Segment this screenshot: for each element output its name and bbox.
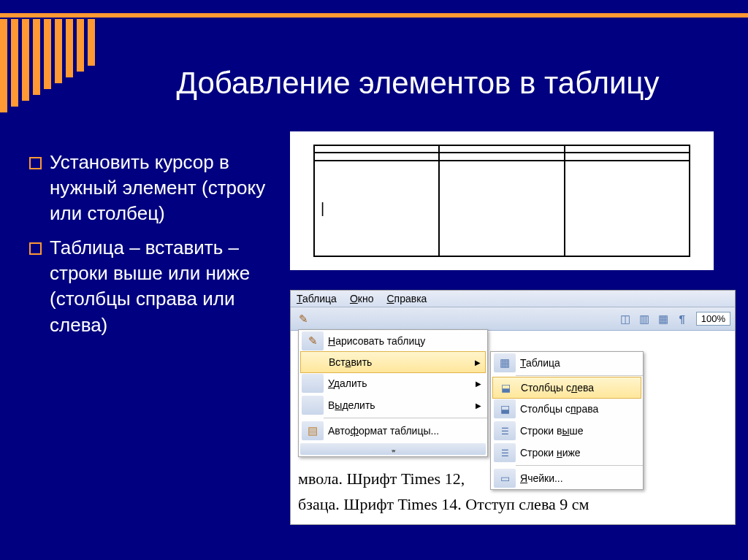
menu-window[interactable]: Окно	[350, 293, 374, 304]
submenu-arrow-icon: ▶	[475, 358, 481, 367]
toolbar-btn-2[interactable]	[617, 311, 633, 327]
zoom-control[interactable]: 100%	[696, 312, 730, 326]
decoration-vertical-bars	[0, 19, 99, 112]
menu-separator	[516, 375, 643, 376]
rows-above-icon	[501, 425, 509, 437]
chevron-down-icon	[393, 443, 394, 455]
table-icon	[500, 356, 510, 369]
submenu-table[interactable]: Таблица	[491, 352, 643, 374]
autoformat-icon	[308, 424, 318, 437]
menu-autoformat[interactable]: Автоформат таблицы...	[299, 420, 487, 442]
columns-right-icon	[500, 403, 510, 415]
pencil-icon	[308, 334, 318, 348]
menu-separator	[324, 418, 487, 418]
bullet-2: Таблица – вставить – строки выше или ниж…	[29, 235, 281, 337]
submenu-arrow-icon: ▶	[476, 402, 481, 410]
menu-delete[interactable]: Удалить ▶	[299, 372, 487, 394]
example-table: |	[313, 145, 690, 257]
submenu-arrow-icon: ▶	[476, 380, 481, 388]
slide-title: Добавление элементов в таблицу	[117, 66, 719, 101]
toolbar-btn-1[interactable]	[295, 311, 311, 327]
toolbar: 100%	[291, 307, 735, 331]
document-text: мвола. Шрифт Times 12, бзаца. Шрифт Time…	[298, 466, 728, 517]
menu-select[interactable]: Выделить ▶	[299, 394, 487, 416]
decoration-top-bar	[0, 13, 748, 18]
toolbar-btn-4[interactable]	[655, 311, 671, 327]
menu-help[interactable]: Справка	[386, 293, 427, 304]
document-area: Нарисовать таблицу Вставить ▶ Удалить ▶ …	[291, 331, 735, 524]
menu-insert[interactable]: Вставить ▶	[300, 351, 486, 373]
menu-table[interactable]: Таблица	[297, 293, 337, 304]
word-screenshot: Таблица Окно Справка 100% Нарисовать таб…	[290, 290, 736, 525]
rows-below-icon	[501, 447, 509, 459]
submenu-rows-above[interactable]: Строки выше	[491, 420, 643, 442]
menu-draw-table[interactable]: Нарисовать таблицу	[299, 330, 487, 352]
submenu-cols-right[interactable]: Столбцы справа	[491, 398, 643, 420]
toolbar-btn-3[interactable]	[636, 311, 652, 327]
columns-left-icon	[501, 382, 511, 394]
cursor-cell: |	[314, 161, 439, 256]
example-table-image: |	[290, 131, 714, 270]
submenu-rows-below[interactable]: Строки ниже	[491, 442, 643, 464]
doc-line-2: бзаца. Шрифт Times 14. Отступ слева 9 см	[298, 491, 728, 517]
toolbar-show-para[interactable]	[674, 311, 690, 327]
table-menu-dropdown: Нарисовать таблицу Вставить ▶ Удалить ▶ …	[298, 329, 488, 457]
menu-bar: Таблица Окно Справка	[291, 291, 735, 307]
submenu-cols-left[interactable]: Столбцы слева	[492, 377, 641, 399]
menu-expand[interactable]	[300, 443, 486, 455]
bullet-1: Установить курсор в нужный элемент (стро…	[29, 150, 281, 226]
doc-line-1: мвола. Шрифт Times 12,	[298, 466, 728, 491]
bullet-list: Установить курсор в нужный элемент (стро…	[29, 150, 281, 347]
